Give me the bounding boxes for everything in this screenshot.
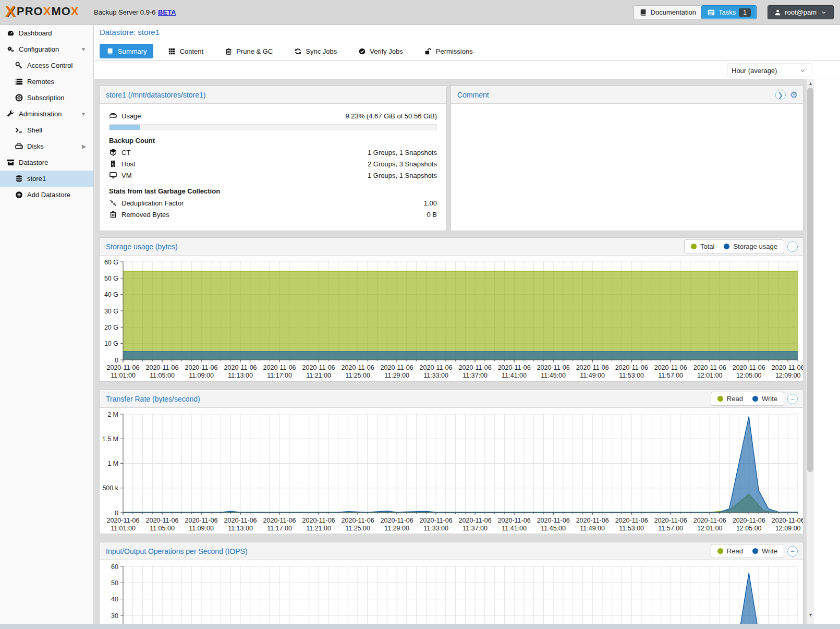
tab-sync-jobs[interactable]: Sync Jobs bbox=[287, 44, 343, 58]
panel-title: Transfer Rate (bytes/second) bbox=[106, 395, 200, 403]
sidebar-item-disks[interactable]: Disks ▶ bbox=[0, 138, 93, 154]
page-title: Datastore: store1 bbox=[100, 28, 160, 37]
svg-text:11:41:00: 11:41:00 bbox=[502, 372, 527, 379]
gears-icon bbox=[6, 45, 15, 54]
svg-text:11:01:00: 11:01:00 bbox=[111, 372, 136, 379]
sidebar-item-dashboard[interactable]: Dashboard bbox=[0, 25, 93, 41]
svg-text:12:01:00: 12:01:00 bbox=[697, 372, 723, 379]
legend-storage-usage[interactable]: Storage usage bbox=[724, 243, 777, 250]
scroll-up-icon[interactable]: ▲ bbox=[807, 79, 814, 87]
backup-count-value: 2 Groups, 3 Snapshots bbox=[368, 160, 437, 168]
usage-progress-fill bbox=[109, 125, 140, 130]
legend-read[interactable]: Read bbox=[717, 395, 743, 403]
svg-text:11:05:00: 11:05:00 bbox=[150, 372, 175, 379]
tab-prune-gc[interactable]: Prune & GC bbox=[218, 44, 279, 58]
tab-label: Permissions bbox=[436, 47, 473, 55]
user-menu-button[interactable]: root@pam bbox=[768, 5, 834, 19]
sidebar-item-datastore[interactable]: Datastore bbox=[0, 154, 93, 171]
vertical-scrollbar[interactable]: ▲ ▼ bbox=[806, 79, 814, 624]
panel-title: Comment bbox=[457, 91, 489, 99]
sidebar-item-add-datastore[interactable]: Add Datastore bbox=[0, 187, 93, 203]
gear-icon[interactable]: ⚙ bbox=[790, 90, 798, 101]
panel-title: Storage usage (bytes) bbox=[106, 243, 178, 251]
gc-stat-label: Removed Bytes bbox=[121, 211, 169, 219]
legend-dot-green bbox=[717, 548, 723, 554]
legend-label: Write bbox=[762, 547, 777, 555]
proxmox-logo: X PROXMOX bbox=[5, 4, 79, 19]
legend-write[interactable]: Write bbox=[752, 395, 777, 403]
check-circle-icon bbox=[358, 47, 366, 55]
svg-text:11:05:00: 11:05:00 bbox=[150, 525, 175, 532]
archive-box-icon bbox=[6, 159, 15, 167]
legend-read[interactable]: Read bbox=[717, 547, 743, 555]
expand-circle-icon[interactable]: ❯ bbox=[775, 90, 786, 100]
beta-link[interactable]: BETA bbox=[158, 8, 176, 16]
sidebar-item-store1[interactable]: store1 bbox=[0, 171, 93, 187]
sidebar-item-label: Add Datastore bbox=[27, 191, 70, 199]
tasks-button[interactable]: Tasks 1 bbox=[701, 5, 757, 19]
svg-text:30: 30 bbox=[111, 612, 118, 620]
svg-text:2020-11-06: 2020-11-06 bbox=[342, 364, 374, 371]
svg-text:40: 40 bbox=[111, 596, 118, 603]
time-range-select[interactable]: Hour (average) bbox=[727, 64, 811, 77]
legend-dot-blue bbox=[752, 548, 758, 554]
svg-text:2020-11-06: 2020-11-06 bbox=[615, 364, 648, 371]
sync-icon bbox=[294, 47, 302, 55]
svg-text:1 M: 1 M bbox=[107, 460, 118, 467]
svg-text:11:33:00: 11:33:00 bbox=[423, 525, 448, 532]
legend-write[interactable]: Write bbox=[752, 547, 777, 555]
chevron-down-icon[interactable]: ▼ bbox=[81, 111, 86, 117]
backup-count-value: 1 Groups, 1 Snapshots bbox=[368, 149, 437, 156]
legend-dot-blue bbox=[724, 244, 729, 249]
scroll-down-icon[interactable]: ▼ bbox=[807, 611, 814, 619]
hdd-icon bbox=[109, 112, 117, 120]
tab-summary[interactable]: Summary bbox=[100, 44, 153, 58]
svg-text:2020-11-06: 2020-11-06 bbox=[498, 517, 531, 524]
sidebar-item-label: Access Control bbox=[27, 62, 72, 69]
chevron-down-icon[interactable]: ▼ bbox=[81, 46, 86, 52]
collapse-minus-icon[interactable]: − bbox=[787, 546, 798, 557]
svg-text:12:05:00: 12:05:00 bbox=[736, 525, 762, 532]
backup-count-row-vm: VM 1 Groups, 1 Snapshots bbox=[109, 170, 437, 181]
transfer-rate-chart: 0500 k1 M1.5 M2 M2020-11-0611:01:002020-… bbox=[100, 408, 803, 537]
legend-total[interactable]: Total bbox=[691, 243, 714, 250]
sidebar-item-remotes[interactable]: Remotes bbox=[0, 74, 93, 90]
tab-verify-jobs[interactable]: Verify Jobs bbox=[351, 44, 409, 58]
backup-count-row-host: Host 2 Groups, 3 Snapshots bbox=[109, 158, 437, 170]
sidebar-item-label: Datastore bbox=[19, 159, 48, 166]
sidebar-item-shell[interactable]: Shell bbox=[0, 122, 93, 138]
documentation-button[interactable]: Documentation bbox=[634, 5, 702, 19]
usage-label: Usage bbox=[121, 112, 141, 120]
tab-permissions[interactable]: Permissions bbox=[418, 44, 479, 58]
legend-dot-green bbox=[691, 244, 697, 249]
chevron-right-icon[interactable]: ▶ bbox=[82, 143, 86, 149]
sidebar-item-label: Remotes bbox=[27, 78, 54, 86]
svg-text:2020-11-06: 2020-11-06 bbox=[693, 364, 726, 371]
svg-text:11:45:00: 11:45:00 bbox=[541, 525, 566, 532]
proxmox-x-icon: X bbox=[5, 4, 16, 19]
sidebar-item-access-control[interactable]: Access Control bbox=[0, 57, 93, 74]
grid-icon bbox=[168, 47, 176, 55]
scrollbar-thumb[interactable] bbox=[807, 88, 813, 472]
svg-text:11:29:00: 11:29:00 bbox=[384, 525, 409, 532]
sidebar-item-configuration[interactable]: Configuration ▼ bbox=[0, 41, 93, 57]
sidebar-item-administration[interactable]: Administration ▼ bbox=[0, 106, 93, 122]
key-icon bbox=[15, 62, 23, 70]
tab-content[interactable]: Content bbox=[162, 44, 210, 58]
sidebar-item-label: Administration bbox=[19, 110, 62, 118]
chart-legend: Read Write bbox=[711, 392, 784, 406]
product-version-label: Backup Server 0.9-6 bbox=[94, 8, 156, 16]
collapse-minus-icon[interactable]: − bbox=[787, 394, 798, 404]
sidebar-item-label: Dashboard bbox=[19, 29, 52, 37]
sidebar-item-subscription[interactable]: Subscription bbox=[0, 90, 93, 106]
window-bottom-edge bbox=[0, 624, 840, 629]
svg-text:2020-11-06: 2020-11-06 bbox=[185, 364, 218, 371]
panel-title: store1 (/mnt/datastores/store1) bbox=[106, 91, 205, 99]
comment-body[interactable] bbox=[451, 104, 803, 231]
backup-count-value: 1 Groups, 1 Snapshots bbox=[368, 172, 437, 179]
backup-type-label: Host bbox=[121, 160, 136, 168]
iops-chart: 01020304050602020-11-0611:01:002020-11-0… bbox=[100, 560, 803, 629]
sidebar-item-label: store1 bbox=[27, 175, 46, 183]
collapse-minus-icon[interactable]: − bbox=[787, 241, 798, 252]
time-range-value: Hour (average) bbox=[732, 67, 777, 75]
